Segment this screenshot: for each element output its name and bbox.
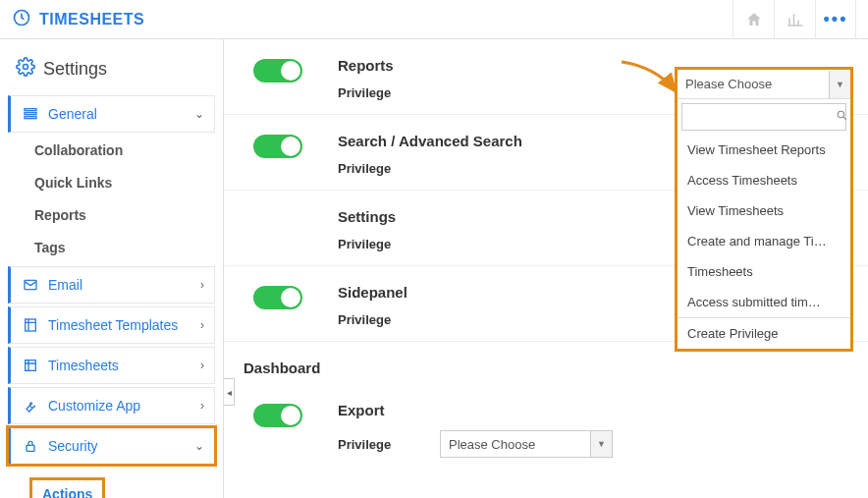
chart-icon[interactable] xyxy=(774,0,815,39)
dropdown-option[interactable]: Create and manage Ti… xyxy=(678,226,850,256)
privilege-label: Privilege xyxy=(338,237,407,251)
timesheet-icon xyxy=(21,358,40,373)
app-title: TIMESHEETS xyxy=(39,11,144,28)
settings-sidebar: Settings General ⌄ Collaboration Quick L… xyxy=(0,39,224,498)
setting-row-export: Export Privilege Please Choose ▼ xyxy=(224,384,868,471)
svg-point-9 xyxy=(838,111,844,118)
sidebar-subitem-actions[interactable]: Actions xyxy=(29,477,105,498)
sidebar-item-label: Security xyxy=(48,438,194,454)
svg-point-1 xyxy=(24,65,28,70)
sidebar-subitem-collaboration[interactable]: Collaboration xyxy=(8,136,215,165)
chevron-down-icon: ▼ xyxy=(829,71,850,98)
lock-icon xyxy=(21,438,40,454)
toggle-search[interactable] xyxy=(253,135,302,158)
chevron-right-icon: › xyxy=(200,359,204,372)
chevron-down-icon: ⌄ xyxy=(194,439,204,453)
svg-rect-7 xyxy=(26,360,36,371)
sidebar-item-security[interactable]: Security ⌄ xyxy=(8,427,215,465)
more-icon[interactable]: ••• xyxy=(815,0,856,39)
wrench-icon xyxy=(21,398,40,414)
chevron-right-icon: › xyxy=(200,318,204,332)
list-icon xyxy=(21,106,40,122)
template-icon xyxy=(21,317,40,333)
sidebar-item-label: Customize App xyxy=(48,398,200,414)
sidebar-item-general[interactable]: General ⌄ xyxy=(8,95,215,133)
row-title: Export xyxy=(338,402,848,418)
sidebar-item-label: General xyxy=(48,106,194,122)
svg-rect-4 xyxy=(25,117,36,119)
dropdown-option[interactable]: View Timesheets xyxy=(678,195,850,226)
privilege-label: Privilege xyxy=(338,85,407,100)
privilege-dropdown: Please Choose ▼ View Timesheet Reports A… xyxy=(675,67,853,352)
sidebar-item-timesheet-templates[interactable]: Timesheet Templates › xyxy=(8,306,215,344)
settings-heading-label: Settings xyxy=(43,59,107,80)
sidebar-item-email[interactable]: Email › xyxy=(8,266,215,304)
privilege-label: Privilege xyxy=(338,312,407,327)
dropdown-search xyxy=(681,103,846,131)
privilege-label: Privilege xyxy=(338,161,407,176)
privilege-select-reports[interactable]: Please Choose ▼ xyxy=(678,70,850,99)
sidebar-item-label: Email xyxy=(48,277,200,293)
sidebar-item-label: Timesheet Templates xyxy=(48,317,200,333)
search-icon xyxy=(836,109,848,125)
privilege-label: Privilege xyxy=(338,437,407,452)
clock-icon xyxy=(12,8,31,30)
sidebar-collapse-button[interactable]: ◂ xyxy=(224,378,235,406)
sidebar-item-timesheets[interactable]: Timesheets › xyxy=(8,347,215,384)
chevron-right-icon: › xyxy=(200,278,204,292)
sidebar-subitem-quick-links[interactable]: Quick Links xyxy=(8,168,215,197)
dropdown-option[interactable]: Access submitted tim… xyxy=(678,287,850,317)
toggle-reports[interactable] xyxy=(253,59,302,83)
dropdown-create-privilege[interactable]: Create Privilege xyxy=(678,317,850,349)
dropdown-option[interactable]: Timesheets xyxy=(678,256,850,287)
mail-icon xyxy=(21,277,40,293)
gear-icon xyxy=(16,57,35,82)
chevron-down-icon: ▼ xyxy=(590,431,612,457)
svg-rect-3 xyxy=(25,113,36,115)
svg-rect-6 xyxy=(26,319,36,331)
dropdown-option[interactable]: Access Timesheets xyxy=(678,165,850,195)
svg-rect-8 xyxy=(27,445,34,451)
sidebar-item-label: Timesheets xyxy=(48,358,200,373)
app-header: TIMESHEETS ••• xyxy=(0,0,868,39)
toggle-sidepanel[interactable] xyxy=(253,286,302,309)
dropdown-option[interactable]: View Timesheet Reports xyxy=(678,135,850,165)
chevron-right-icon: › xyxy=(200,399,204,413)
select-placeholder: Please Choose xyxy=(449,437,590,452)
home-icon[interactable] xyxy=(732,0,774,39)
svg-rect-2 xyxy=(25,109,36,111)
toggle-export[interactable] xyxy=(253,404,302,427)
dropdown-search-input[interactable] xyxy=(688,110,836,124)
privilege-select-export[interactable]: Please Choose ▼ xyxy=(440,430,613,458)
chevron-down-icon: ⌄ xyxy=(194,107,204,121)
select-placeholder: Please Choose xyxy=(685,77,829,91)
settings-heading: Settings xyxy=(8,57,215,95)
sidebar-item-customize-app[interactable]: Customize App › xyxy=(8,387,215,424)
main-panel: ◂ Reports Privilege Search / Advanced Se… xyxy=(224,39,868,498)
sidebar-subitem-tags[interactable]: Tags xyxy=(8,233,215,262)
sidebar-subitem-reports[interactable]: Reports xyxy=(8,200,215,230)
